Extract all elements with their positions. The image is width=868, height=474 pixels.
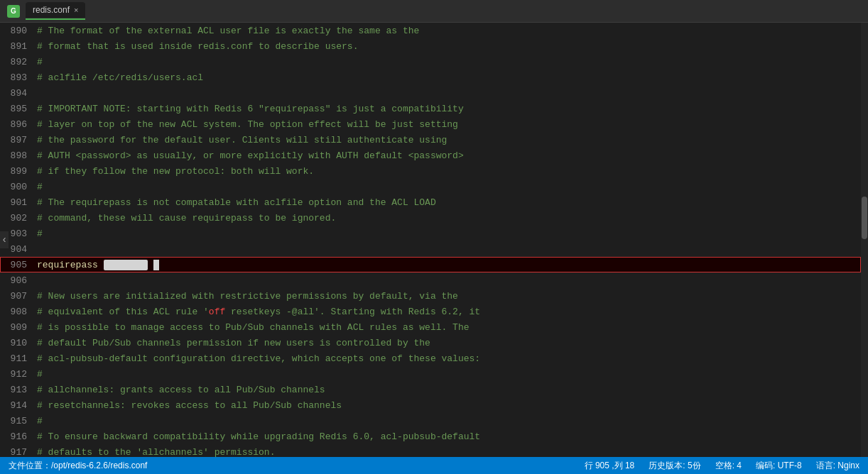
line-number: 908: [0, 307, 37, 317]
line-content: # the password for the default user. Cli…: [37, 135, 847, 145]
code-line: 900#: [0, 179, 861, 194]
line-number: 894: [0, 88, 37, 99]
line-content: # format that is used inside redis.conf …: [37, 41, 847, 52]
line-content: # allchannels: grants access to all Pub/…: [37, 385, 847, 395]
line-content: # AUTH <password> as usually, or more ex…: [37, 150, 847, 161]
code-line: 907# New users are initialized with rest…: [0, 288, 861, 304]
line-content: # aclfile /etc/redis/users.acl: [37, 72, 847, 83]
status-language: 语言: Nginx: [816, 460, 859, 472]
line-number: 890: [0, 26, 37, 36]
code-line: 896# layer on top of the new ACL system.…: [0, 116, 861, 132]
line-content: requirepass: [37, 260, 847, 270]
line-content: # is possible to manage access to Pub/Su…: [37, 322, 847, 333]
line-number: 892: [0, 57, 37, 67]
line-number: 912: [0, 369, 37, 380]
code-line: 892#: [0, 54, 861, 70]
code-line: 890# The format of the external ACL user…: [0, 23, 861, 38]
code-line: 917# defaults to the 'allchannels' permi…: [0, 444, 861, 457]
line-content: #: [37, 228, 847, 239]
status-file-path: 文件位置：/opt/redis-6.2.6/redis.conf: [9, 460, 585, 472]
code-area[interactable]: 890# The format of the external ACL user…: [0, 23, 861, 457]
code-line: 893# aclfile /etc/redis/users.acl: [0, 70, 861, 85]
code-line: 898# AUTH <password> as usually, or more…: [0, 148, 861, 163]
code-line: 915#: [0, 413, 861, 429]
tab-active-indicator: [26, 18, 85, 20]
code-line: 916# To ensure backward compatibility wh…: [0, 429, 861, 444]
line-content: #: [37, 369, 847, 380]
editor-container: ‹ 890# The format of the external ACL us…: [0, 23, 868, 457]
line-number: 893: [0, 72, 37, 83]
line-content: # command, these will cause requirepass …: [37, 213, 847, 224]
code-line: 910# default Pub/Sub channels permission…: [0, 335, 861, 351]
line-content: #: [37, 416, 847, 426]
code-line: 895# IMPORTANT NOTE: starting with Redis…: [0, 101, 861, 116]
titlebar: G redis.conf ×: [0, 0, 868, 23]
code-line: 911# acl-pubsub-default configuration di…: [0, 351, 861, 366]
close-tab-button[interactable]: ×: [74, 6, 78, 14]
scrollbar[interactable]: [861, 23, 868, 457]
line-number: 901: [0, 197, 37, 208]
editor-tab[interactable]: redis.conf ×: [26, 2, 85, 18]
line-number: 913: [0, 385, 37, 395]
code-line: 903#: [0, 226, 861, 241]
line-number: 891: [0, 41, 37, 52]
code-line: 902# command, these will cause requirepa…: [0, 210, 861, 226]
line-number: 905: [0, 260, 37, 270]
line-number: 914: [0, 400, 37, 411]
line-number: 895: [0, 104, 37, 114]
code-line: 894: [0, 85, 861, 101]
line-content: # if they follow the new protocol: both …: [37, 166, 847, 177]
line-content: # default Pub/Sub channels permission if…: [37, 338, 847, 348]
code-line: 905requirepass: [0, 257, 861, 272]
line-number: 896: [0, 119, 37, 130]
code-line: 899# if they follow the new protocol: bo…: [0, 163, 861, 179]
line-content: # defaults to the 'allchannels' permissi…: [37, 447, 847, 458]
line-content: # IMPORTANT NOTE: starting with Redis 6 …: [37, 104, 847, 114]
line-number: 911: [0, 353, 37, 364]
line-content: #: [37, 182, 847, 192]
line-number: 917: [0, 447, 37, 458]
line-content: # The requirepass is not compatable with…: [37, 197, 847, 208]
line-number: 910: [0, 338, 37, 348]
line-content: # The format of the external ACL user fi…: [37, 26, 847, 36]
scrollbar-thumb[interactable]: [862, 197, 867, 239]
line-content: # equivalent of this ACL rule 'off reset…: [37, 307, 847, 317]
code-line: 901# The requirepass is not compatable w…: [0, 194, 861, 210]
left-panel-arrow[interactable]: ‹: [0, 231, 9, 248]
line-number: 899: [0, 166, 37, 177]
status-items: 行 905 ,列 18 历史版本: 5份 空格: 4 编码: UTF-8 语言:…: [585, 460, 859, 472]
line-number: 897: [0, 135, 37, 145]
line-number: 916: [0, 431, 37, 442]
code-line: 908# equivalent of this ACL rule 'off re…: [0, 304, 861, 319]
line-content: # acl-pubsub-default configuration direc…: [37, 353, 847, 364]
status-spaces: 空格: 4: [715, 460, 742, 472]
line-content: # To ensure backward compatibility while…: [37, 431, 847, 442]
code-line: 891# format that is used inside redis.co…: [0, 38, 861, 54]
code-line: 904: [0, 241, 861, 257]
code-line: 906: [0, 272, 861, 288]
line-number: 907: [0, 291, 37, 302]
statusbar: 文件位置：/opt/redis-6.2.6/redis.conf 行 905 ,…: [0, 457, 868, 474]
status-encoding: 编码: UTF-8: [756, 460, 802, 472]
app-logo: G: [7, 5, 20, 18]
status-row-col: 行 905 ,列 18: [585, 460, 635, 472]
line-number: 906: [0, 275, 37, 286]
code-line: 913# allchannels: grants access to all P…: [0, 382, 861, 397]
tab-filename: redis.conf: [33, 5, 70, 15]
line-number: 915: [0, 416, 37, 426]
code-line: 914# resetchannels: revokes access to al…: [0, 397, 861, 413]
code-line: 909# is possible to manage access to Pub…: [0, 319, 861, 335]
status-history: 历史版本: 5份: [649, 460, 700, 472]
line-number: 898: [0, 150, 37, 161]
line-number: 902: [0, 213, 37, 224]
code-lines: 890# The format of the external ACL user…: [0, 23, 861, 457]
line-content: # layer on top of the new ACL system. Th…: [37, 119, 847, 130]
line-content: #: [37, 57, 847, 67]
line-content: # New users are initialized with restric…: [37, 291, 847, 302]
line-number: 909: [0, 322, 37, 333]
line-content: # resetchannels: revokes access to all P…: [37, 400, 847, 411]
line-number: 900: [0, 182, 37, 192]
code-line: 912#: [0, 366, 861, 382]
code-line: 897# the password for the default user. …: [0, 132, 861, 148]
